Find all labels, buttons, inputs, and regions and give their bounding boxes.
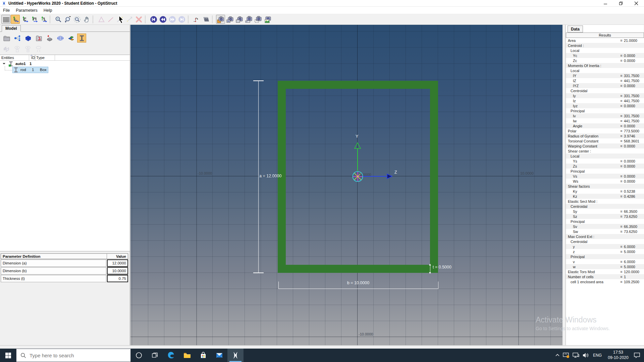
show-hide-icon[interactable] — [13, 44, 22, 53]
result-label: Principal — [566, 109, 619, 113]
language-indicator[interactable]: ENG — [592, 353, 603, 358]
result-value: 331.7500 — [624, 74, 644, 78]
tree-row-auto1[interactable]: auto1 1 — [0, 61, 130, 67]
zoom-window-icon[interactable] — [72, 15, 82, 24]
grid-label-bottom: -10.0000 — [359, 332, 373, 336]
result-equals: = — [619, 225, 624, 229]
capture-region-icon[interactable] — [254, 15, 263, 24]
taskbar-search[interactable] — [16, 349, 131, 362]
nav-first-icon[interactable] — [149, 15, 158, 24]
tab-model[interactable]: Model — [2, 25, 21, 32]
parameter-value-field[interactable]: 0.75 — [107, 275, 128, 282]
minimize-icon[interactable] — [598, 0, 613, 7]
graphics-viewport[interactable]: a = 12.0000 b = 10.0000 t = 0.5000 Y Z 0… — [130, 25, 562, 345]
result-label: Ws — [566, 179, 619, 183]
dim-a-label: a = 12.0000 — [259, 174, 281, 178]
section-history-icon[interactable] — [34, 34, 43, 43]
result-equals: = — [619, 84, 624, 88]
entity-id: 1 — [32, 68, 38, 72]
capture-image-icon[interactable] — [263, 15, 272, 24]
display-icon[interactable] — [572, 352, 580, 359]
cortana-icon[interactable] — [131, 349, 147, 362]
section-flip-y-icon[interactable] — [30, 15, 39, 24]
section-rotate-icon[interactable] — [39, 15, 48, 24]
action-center-icon[interactable] — [633, 352, 641, 359]
pan-icon[interactable] — [82, 15, 91, 24]
solid-box-icon[interactable] — [23, 34, 33, 43]
restore-icon[interactable] — [613, 0, 629, 7]
tab-data[interactable]: Data — [568, 25, 583, 33]
tree-row-rod[interactable]: rod 1 Box — [0, 67, 130, 73]
result-label: Principal — [566, 220, 619, 224]
nav-next-icon[interactable] — [168, 15, 177, 24]
result-label: z — [566, 250, 619, 254]
parameter-value-field[interactable]: 10.0000 — [107, 267, 128, 275]
cast-display-icon[interactable] — [562, 352, 570, 359]
show-all-icon[interactable] — [23, 44, 33, 53]
create-line-icon[interactable] — [106, 15, 115, 24]
result-row: Polar = 773.5000 — [566, 128, 644, 133]
share-nodes-icon[interactable] — [13, 34, 22, 43]
menu-item[interactable]: File — [0, 8, 13, 13]
parameter-value-field[interactable]: 12.0000 — [107, 259, 128, 267]
toolbar-separator — [50, 16, 52, 23]
capture-area-icon[interactable] — [235, 15, 244, 24]
expand-caret-icon[interactable] — [1, 61, 7, 66]
zoom-out-icon[interactable] — [63, 15, 72, 24]
result-row: Torsional Constant = 568.3601 — [566, 138, 644, 143]
section-flip-z-icon[interactable] — [20, 15, 29, 24]
menu-item[interactable]: Help — [41, 8, 55, 13]
folder-icon[interactable] — [2, 34, 11, 43]
nav-prev-icon[interactable] — [158, 15, 167, 24]
parameter-label: Thickness (t) — [1, 275, 106, 282]
id-column-header[interactable]: ID — [29, 55, 35, 60]
beam-section-icon[interactable] — [77, 34, 86, 43]
result-row: w = 5.0000 — [566, 264, 644, 269]
capture-save-icon[interactable] — [216, 15, 225, 24]
grid-tool-icon[interactable] — [1, 15, 10, 24]
file-explorer-icon[interactable] — [179, 349, 195, 362]
store-icon[interactable] — [195, 349, 211, 362]
hyperworks-icon[interactable] — [227, 349, 244, 362]
grid-label-origin: 0.0000 — [360, 173, 371, 177]
ruler-icon[interactable] — [201, 15, 210, 24]
create-triangle-icon[interactable] — [97, 15, 106, 24]
orient-axes-icon[interactable] — [192, 15, 201, 24]
result-equals: = — [619, 215, 624, 219]
result-label: Sv — [566, 225, 619, 229]
taskbar-clock[interactable]: 17:53 09-10-2020 — [605, 350, 631, 360]
entity-id: 1 — [30, 62, 35, 66]
edge-icon[interactable] — [163, 349, 179, 362]
stretch-icon[interactable] — [125, 15, 134, 24]
result-row: Warping Constant = 0.0000 — [566, 143, 644, 148]
result-equals: = — [619, 129, 624, 133]
hidden-icons-chevron-icon[interactable] — [555, 353, 560, 358]
toggle-display-icon[interactable] — [34, 44, 43, 53]
type-column-header[interactable]: Type — [35, 55, 55, 60]
search-input[interactable] — [30, 353, 117, 358]
results-header: Results — [566, 33, 644, 38]
section-orient-icon[interactable] — [11, 15, 20, 24]
speaker-icon[interactable] — [582, 352, 589, 359]
menu-item[interactable]: Parameters — [13, 8, 41, 13]
capture-window-icon[interactable] — [225, 15, 234, 24]
title-bar: Untitled - HyperWorks 2020 - Student Edi… — [0, 0, 644, 7]
result-row: Principal — [566, 254, 644, 259]
task-view-icon[interactable] — [147, 349, 163, 362]
start-icon[interactable] — [0, 349, 16, 362]
measure-icon[interactable] — [115, 15, 124, 24]
parts-icon[interactable] — [66, 34, 75, 43]
z-axis-label: Z — [394, 170, 397, 175]
wireframe-icon[interactable] — [56, 34, 65, 43]
model-panel-toolbar-disabled — [2, 44, 43, 53]
panels-icon[interactable] — [2, 44, 11, 53]
fit-view-icon[interactable] — [54, 15, 63, 24]
thickness-icon[interactable] — [45, 34, 54, 43]
close-icon[interactable] — [629, 0, 644, 7]
result-label: Yc — [566, 54, 619, 58]
entities-column-header[interactable]: Entities — [0, 55, 29, 60]
mail-icon[interactable] — [211, 349, 227, 362]
capture-toolbar-icon[interactable] — [244, 15, 253, 24]
nav-last-icon[interactable] — [177, 15, 186, 24]
delete-icon[interactable] — [134, 15, 143, 24]
